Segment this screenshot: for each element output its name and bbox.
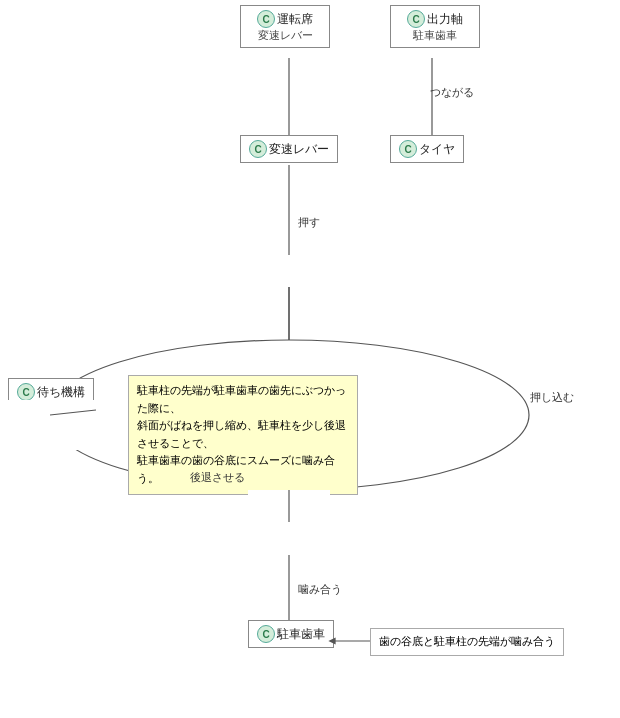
wait-sub1: 斜面 xyxy=(40,401,62,416)
node-tire: C タイヤ xyxy=(390,135,464,163)
edge-oshikomu: 押し込む xyxy=(530,390,574,405)
wait-mechanism-label: 待ち機構 xyxy=(37,384,85,401)
note-gear-box: 歯の谷底と駐車柱の先端が噛み合う xyxy=(370,628,564,656)
unten-seat-sub: 変速レバー xyxy=(258,28,313,43)
svg-connections xyxy=(0,0,620,718)
node-wait-mechanism: C 待ち機構 斜面 ばね xyxy=(8,378,94,436)
output-shaft-sub: 駐車歯車 xyxy=(413,28,457,43)
unten-seat-label: 運転席 xyxy=(277,11,313,28)
speed-lever-label: 変速レバー xyxy=(269,141,329,158)
diagram-container: C 運転席 変速レバー C 出力軸 駐車歯車 つながる C 変速レバー xyxy=(0,0,620,718)
parking-gear-label: 駐車歯車 xyxy=(277,626,325,643)
node-output-shaft: C 出力軸 駐車歯車 xyxy=(390,5,480,48)
c-icon-speed: C xyxy=(249,140,267,158)
edge-kamiai: 噛み合う xyxy=(298,582,342,597)
c-icon-unten: C xyxy=(257,10,275,28)
c-icon-tire: C xyxy=(399,140,417,158)
wait-sub2: ばね xyxy=(40,416,62,431)
note-line2: 斜面がばねを押し縮め、駐車柱を少し後退させることで、 xyxy=(137,419,346,449)
edge-osu: 押す xyxy=(298,215,320,230)
svg-arrows xyxy=(0,0,620,718)
note-gear-text: 歯の谷底と駐車柱の先端が噛み合う xyxy=(379,635,555,647)
c-icon-rod: C xyxy=(261,260,279,278)
node-parking-pillar: C 駐車柱 xyxy=(248,490,330,518)
parking-rod-label: 駐車棒 xyxy=(281,261,317,278)
parking-pillar-label: 駐車柱 xyxy=(281,496,317,513)
c-icon-output: C xyxy=(407,10,425,28)
node-unten-seat: C 運転席 変速レバー xyxy=(240,5,330,48)
tire-label: タイヤ xyxy=(419,141,455,158)
edge-tsunagaru: つながる xyxy=(430,85,474,100)
c-icon-pillar: C xyxy=(261,495,279,513)
edge-koutaisa: 後退させる xyxy=(190,470,245,485)
node-parking-gear: C 駐車歯車 xyxy=(248,620,334,648)
note-line1: 駐車柱の先端が駐車歯車の歯先にぶつかった際に、 xyxy=(137,384,346,414)
node-parking-rod: C 駐車棒 xyxy=(248,255,330,283)
node-speed-lever: C 変速レバー xyxy=(240,135,338,163)
c-icon-wait: C xyxy=(17,383,35,401)
output-shaft-label: 出力軸 xyxy=(427,11,463,28)
c-icon-gear: C xyxy=(257,625,275,643)
